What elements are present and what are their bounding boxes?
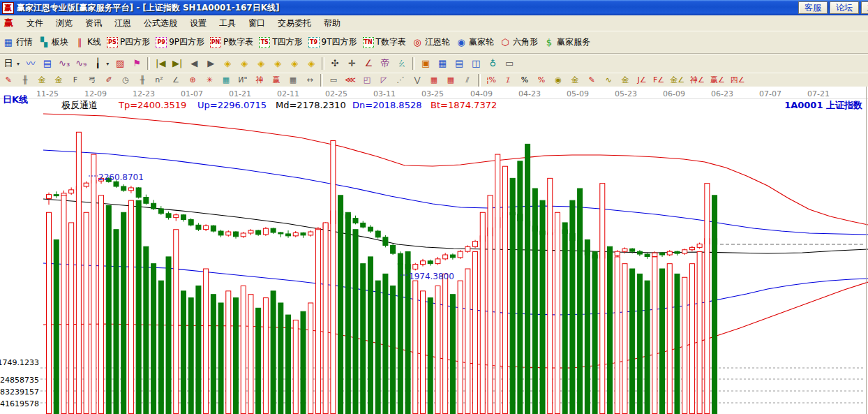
toolbar2-button-gann-brain[interactable]: ㄠ xyxy=(394,57,410,70)
menu-item-帮助[interactable]: 帮助 xyxy=(317,17,347,29)
toolbar3-button-rect-tool[interactable]: ▭ xyxy=(325,75,342,86)
toolbar1-button-t-digit-table[interactable]: TNT数字表 xyxy=(360,36,409,49)
menu-item-交易委托[interactable]: 交易委托 xyxy=(271,17,317,29)
toolbar1-button-kline[interactable]: ∥K线 xyxy=(71,36,104,49)
toolbar3-button-f-angle[interactable]: F∠ xyxy=(650,75,667,86)
toolbar3-button-pen-ruler[interactable]: ✐ xyxy=(100,75,117,86)
toolbar2-button-diamond-cross[interactable]: ◈ xyxy=(286,57,303,70)
toolbar2-button-period-selector[interactable]: 日▾ xyxy=(0,57,22,70)
toolbar3-button-gold-grid-2[interactable]: 金 xyxy=(50,75,67,86)
toolbar2-button-hand-tool[interactable]: ✣ xyxy=(327,57,343,70)
toolbar3-button-shen-angle[interactable]: 神∠ xyxy=(687,75,708,86)
toolbar3-button-j-angle[interactable]: J∠ xyxy=(634,75,650,86)
toolbar3-button-percent-line[interactable]: ⁒ xyxy=(500,75,516,86)
toolbar3-button-circle-cross[interactable]: ⊕ xyxy=(184,75,201,86)
toolbar2-button-prev-bar[interactable]: ◀ xyxy=(186,57,202,70)
toolbar3-button-shen-grid[interactable]: 神 xyxy=(251,75,268,86)
toolbar1-button-t-square[interactable]: TST四方形 xyxy=(256,36,305,49)
toolbar3-button-n-square[interactable]: n² xyxy=(151,75,167,86)
menu-item-浏览[interactable]: 浏览 xyxy=(50,17,79,29)
menu-item-设置[interactable]: 设置 xyxy=(184,17,213,29)
toolbar2-button-network-globe[interactable]: ♁ xyxy=(484,57,501,70)
toolbar3-button-gold-grid-1[interactable]: 金 xyxy=(33,75,50,86)
kline-chart[interactable]: 11-2512-0912-2301-0701-2102-1102-2503-11… xyxy=(0,87,868,414)
titlebar-button-support[interactable]: 客服 xyxy=(798,1,828,14)
toolbar2-button-gann-emperor[interactable]: 帝 xyxy=(377,57,394,70)
toolbar1-button-winner-service[interactable]: $赢家服务 xyxy=(541,36,593,49)
toolbar2-button-angle-measure[interactable]: ∠ xyxy=(360,57,377,70)
toolbar2-button-pattern-red[interactable]: ▨ xyxy=(112,57,128,70)
toolbar3-button-brush[interactable]: ✎ xyxy=(0,75,17,86)
toolbar2-button-calendar[interactable]: ▣ xyxy=(417,57,434,70)
toolbar3-button-net-square[interactable]: ▦ xyxy=(218,75,234,86)
toolbar3-button-h-span[interactable]: ↔ xyxy=(301,75,318,86)
toolbar3-button-fan-diag[interactable]: ◸ xyxy=(375,75,392,86)
toolbar3-button-fan-box[interactable]: ◰ xyxy=(359,75,375,86)
toolbar2-button-freehand-draw[interactable]: 〰 xyxy=(22,57,39,70)
toolbar3-button-line-fan[interactable]: ⋰ xyxy=(392,75,409,86)
toolbar3-button-star-web[interactable]: ✳ xyxy=(201,75,218,86)
toolbar1-button-winner-wheel[interactable]: ◉赢家轮 xyxy=(453,36,497,49)
toolbar3-button-gold-circle[interactable]: ◉ xyxy=(550,75,567,86)
titlebar[interactable]: 赢 赢家江恩专业版[赢家服务平台] - [上证指数 SH1A0001-167日K… xyxy=(0,0,868,15)
toolbar3-button-red-percent[interactable]: % xyxy=(533,75,550,86)
toolbar3-button-win-grid[interactable]: 赢 xyxy=(268,75,285,86)
menu-item-窗口[interactable]: 窗口 xyxy=(242,17,271,29)
toolbar1-button-gann-wheel[interactable]: ◎江恩轮 xyxy=(409,36,453,49)
menu-item-资讯[interactable]: 资讯 xyxy=(79,17,108,29)
titlebar-button-partial[interactable]: 主 xyxy=(861,1,868,14)
toolbar3-button-dial[interactable]: ◷ xyxy=(117,75,134,86)
toolbar3-button-slant-lines[interactable]: ⫽ xyxy=(459,75,476,86)
toolbar2-button-first-bar[interactable]: |◀ xyxy=(152,57,169,70)
toolbar2-button-diamond-all[interactable]: ◈ xyxy=(303,57,320,70)
toolbar3-button-bow-tool[interactable]: 弓 xyxy=(84,75,100,86)
toolbar2-button-diamond-v[interactable]: ◈ xyxy=(269,57,286,70)
toolbar2-button-crosshair[interactable]: ✛ xyxy=(343,57,360,70)
toolbar3-button-win-angle[interactable]: 赢∠ xyxy=(708,75,728,86)
toolbar2-button-diamond-h[interactable]: ◈ xyxy=(253,57,269,70)
toolbar3-button-angle-a[interactable]: ∠ xyxy=(167,75,184,86)
toolbar1-button-p-square[interactable]: PSP四方形 xyxy=(104,36,153,49)
toolbar3-button-gold-angle[interactable]: 金∠ xyxy=(667,75,687,86)
toolbar2-button-diamond-left[interactable]: ◈ xyxy=(219,57,236,70)
toolbar3-button-grid-2[interactable]: ╫ xyxy=(134,75,151,86)
menu-item-公式选股[interactable]: 公式选股 xyxy=(137,17,184,29)
toolbar2-button-note-page[interactable]: ▤ xyxy=(39,57,56,70)
menu-item-工具[interactable]: 工具 xyxy=(213,17,242,29)
toolbar3-button-i-marks[interactable]: И" xyxy=(234,75,251,86)
toolbar3-button-dense-grid[interactable]: ▦ xyxy=(285,75,301,86)
toolbar2-button-calculator[interactable]: ▦ xyxy=(434,57,451,70)
toolbar2-button-save-disk[interactable]: ◫ xyxy=(467,57,484,70)
menu-item-文件[interactable]: 文件 xyxy=(20,17,50,29)
toolbar2-button-printer[interactable]: ▭ xyxy=(501,57,518,70)
toolbar3-button-red-grid-2[interactable]: ▦ xyxy=(442,75,459,86)
toolbar3-button-candle-brush[interactable]: ✎ xyxy=(583,75,600,86)
toolbar1-button-9t-square[interactable]: T99T四方形 xyxy=(306,36,360,49)
toolbar2-button-candle-style[interactable]: ╽▾ xyxy=(89,57,112,70)
toolbar2-button-last-bar[interactable]: ▶| xyxy=(169,57,186,70)
toolbar2-button-notebook[interactable]: ▤ xyxy=(451,57,467,70)
toolbar1-button-quote-table[interactable]: ▦行情 xyxy=(0,36,36,49)
toolbar2-button-wave-3[interactable]: ∿₃ xyxy=(56,57,73,70)
toolbar3-button-grid-1[interactable]: ╫ xyxy=(17,75,33,86)
toolbar1-button-p-digit-table[interactable]: PNP数字表 xyxy=(207,36,256,49)
toolbar1-button-9p-square[interactable]: P99P四方形 xyxy=(153,36,207,49)
toolbar1-button-sector-blocks[interactable]: ▚板块 xyxy=(36,36,71,49)
toolbar2-button-diamond-right[interactable]: ◈ xyxy=(236,57,253,70)
toolbar2-button-next-bar[interactable]: ▶ xyxy=(202,57,219,70)
titlebar-button-forum[interactable]: 论坛 xyxy=(830,1,859,14)
toolbar3-button-percent[interactable]: % xyxy=(516,75,533,86)
toolbar3-button-percent-ruler[interactable]: ¦% xyxy=(483,75,500,86)
toolbar3-button-gold-lines[interactable]: 金 xyxy=(567,75,583,86)
toolbar3-button-f-grid[interactable]: F xyxy=(67,75,84,86)
menu-item-江恩[interactable]: 江恩 xyxy=(108,17,137,29)
toolbar2-button-tick-flag[interactable]: ⚑ xyxy=(128,57,145,70)
toolbar3-button-red-grid-1[interactable]: ▦ xyxy=(426,75,442,86)
toolbar3-button-four-angle[interactable]: 四∠ xyxy=(728,75,748,86)
toolbar3-button-gold-wave[interactable]: ∿ xyxy=(600,75,617,86)
toolbar3-button-v-line[interactable]: ⋁ xyxy=(409,75,426,86)
toolbar1-button-hexagon[interactable]: ⬡六角形 xyxy=(497,36,541,49)
toolbar3-button-fan-red[interactable]: ⋘ xyxy=(342,75,359,86)
toolbar2-button-wave-9[interactable]: ∿₉ xyxy=(73,57,89,70)
toolbar3-button-gold-under[interactable]: 金 xyxy=(617,75,634,86)
